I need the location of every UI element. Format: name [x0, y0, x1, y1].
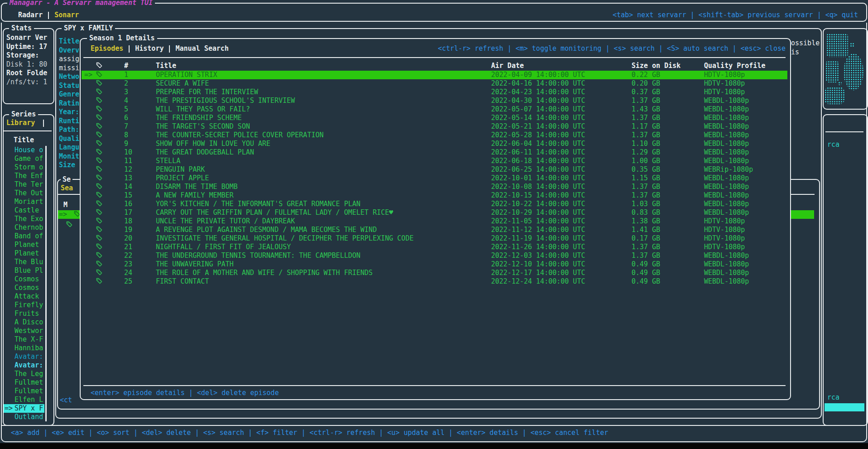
episode-row[interactable]: 13 PROJECT APPLE 2022-10-01 14:00:00 UTC…: [82, 174, 787, 183]
episode-row[interactable]: 10 THE GREAT DODGEBALL PLAN 2022-06-11 1…: [82, 148, 787, 157]
series-list-item[interactable]: Outland: [4, 413, 44, 421]
series-list-item[interactable]: The Enf: [4, 172, 44, 180]
episode-row[interactable]: 11 STELLA 2022-06-18 14:00:00 UTC 1.00 G…: [82, 157, 787, 165]
tab-sonarr[interactable]: Sonarr: [54, 11, 79, 19]
episode-monitored-tag-icon[interactable]: [96, 157, 124, 165]
episode-monitored-tag-icon[interactable]: [96, 165, 124, 174]
series-list-item[interactable]: Attack: [4, 292, 44, 301]
episode-monitored-tag-icon[interactable]: [96, 71, 124, 79]
episode-row[interactable]: => 1 OPERATION STRIX 2022-04-09 14:00:00…: [82, 71, 787, 79]
column-size-on-disk[interactable]: Size on Disk: [632, 62, 704, 70]
episode-monitored-tag-icon[interactable]: [96, 148, 124, 157]
episode-row[interactable]: 9 SHOW OFF HOW IN LOVE YOU ARE 2022-06-0…: [82, 140, 787, 148]
seasons-tab-fragment[interactable]: Sea: [61, 184, 73, 193]
episode-row[interactable]: 16 YOR'S KITCHEN / THE INFORMANT'S GREAT…: [82, 200, 787, 208]
tab-episodes[interactable]: Episodes: [91, 44, 123, 53]
episode-monitored-tag-icon[interactable]: [96, 277, 124, 286]
episode-row[interactable]: 24 THE ROLE OF A MOTHER AND WIFE / SHOPP…: [82, 269, 787, 277]
column-number[interactable]: #: [124, 62, 156, 70]
episode-monitored-tag-icon[interactable]: [96, 217, 124, 226]
series-list-item[interactable]: The Blu: [4, 258, 44, 266]
episode-row[interactable]: 14 DISARM THE TIME BOMB 2022-10-08 14:00…: [82, 183, 787, 191]
series-list-item[interactable]: Castle: [4, 206, 44, 215]
series-scrollbar[interactable]: [45, 146, 47, 421]
column-quality-profile[interactable]: Quality Profile: [704, 62, 790, 70]
tab-manual-search[interactable]: Manual Search: [175, 44, 228, 53]
episode-row[interactable]: 17 CARRY OUT THE GRIFFIN PLAN / FULLMETA…: [82, 208, 787, 217]
episode-monitored-tag-icon[interactable]: [96, 131, 124, 140]
seasons-panel-title-fragment: Se: [61, 175, 72, 184]
series-list-item[interactable]: Moriart: [4, 198, 44, 206]
series-list-item[interactable]: => SPY x F: [4, 404, 44, 413]
episode-row[interactable]: 15 A NEW FAMILY MEMBER 2022-10-15 14:00:…: [82, 191, 787, 200]
episode-monitored-tag-icon[interactable]: [96, 269, 124, 277]
series-list-item[interactable]: House o: [4, 146, 44, 154]
episode-row[interactable]: 19 A REVENGE PLOT AGAINST DESMOND / MAMA…: [82, 226, 787, 234]
episode-row[interactable]: 4 THE PRESTIGIOUS SCHOOL'S INTERVIEW 202…: [82, 97, 787, 105]
episode-monitored-tag-icon[interactable]: [96, 200, 124, 208]
episode-row[interactable]: 12 PENGUIN PARK 2022-06-25 14:00:00 UTC …: [82, 165, 787, 174]
episode-monitored-tag-icon[interactable]: [96, 114, 124, 122]
episode-row[interactable]: 5 WILL THEY PASS OR FAIL? 2022-05-07 14:…: [82, 105, 787, 114]
episode-monitored-tag-icon[interactable]: [96, 226, 124, 234]
column-air-date[interactable]: Air Date: [491, 62, 632, 70]
episode-monitored-tag-icon[interactable]: [96, 208, 124, 217]
column-title[interactable]: Title: [156, 62, 491, 70]
series-list-item[interactable]: The X-F: [4, 335, 44, 344]
episode-monitored-tag-icon[interactable]: [96, 234, 124, 243]
episode-monitored-tag-icon[interactable]: [96, 251, 124, 260]
series-list-item[interactable]: Avatar:: [4, 361, 44, 370]
episode-number: 2: [124, 79, 156, 88]
episode-monitored-tag-icon[interactable]: [96, 97, 124, 105]
series-list-item[interactable]: The Exo: [4, 215, 44, 223]
episode-row[interactable]: 20 INVESTIGATE THE GENERAL HOSPITAL / DE…: [82, 234, 787, 243]
episode-monitored-tag-icon[interactable]: [96, 174, 124, 183]
tab-library[interactable]: Library: [6, 119, 35, 127]
episode-monitored-tag-icon[interactable]: [96, 105, 124, 114]
series-list-item[interactable]: Planet: [4, 249, 44, 258]
episode-row[interactable]: 21 NIGHTFALL / FIRST FIT OF JEALOUSY 202…: [82, 243, 787, 251]
series-list-item[interactable]: Hanniba: [4, 344, 44, 352]
episode-monitored-tag-icon[interactable]: [96, 122, 124, 131]
episode-row[interactable]: 23 THE UNWAVERING PATH 2022-12-10 14:00:…: [82, 260, 787, 269]
series-list-item[interactable]: Fruits: [4, 309, 44, 318]
episode-row[interactable]: 8 THE COUNTER-SECRET POLICE COVER OPERAT…: [82, 131, 787, 140]
series-list-item[interactable]: Firefly: [4, 301, 44, 309]
episode-row[interactable]: 25 FIRST CONTACT 2022-12-24 14:00:00 UTC…: [82, 277, 787, 286]
tab-history[interactable]: History: [135, 44, 164, 53]
series-list-item[interactable]: Band of: [4, 232, 44, 241]
series-list-item[interactable]: The Leg: [4, 370, 44, 378]
episode-monitored-tag-icon[interactable]: [96, 183, 124, 191]
episode-monitored-tag-icon[interactable]: [96, 243, 124, 251]
series-list-item[interactable]: Cosmos: [4, 284, 44, 292]
episode-row[interactable]: 22 THE UNDERGROUND TENNIS TOURNAMENT: TH…: [82, 251, 787, 260]
series-list-item[interactable]: Planet: [4, 241, 44, 249]
episode-monitored-tag-icon[interactable]: [96, 260, 124, 269]
episode-monitored-tag-icon[interactable]: [96, 191, 124, 200]
series-list-item[interactable]: Chernob: [4, 223, 44, 232]
series-list-item[interactable]: Storm o: [4, 163, 44, 172]
episode-row[interactable]: 7 THE TARGET'S SECOND SON 2022-05-21 14:…: [82, 122, 787, 131]
episode-monitored-tag-icon[interactable]: [96, 140, 124, 148]
episode-monitored-tag-icon[interactable]: [96, 79, 124, 88]
selected-season-row-fragment-left[interactable]: =>: [58, 210, 81, 219]
series-list-item[interactable]: Westwor: [4, 327, 44, 335]
series-list-item[interactable]: Cosmos: [4, 275, 44, 284]
series-list-item[interactable]: The Ter: [4, 180, 44, 189]
series-list-item[interactable]: Elfen L: [4, 396, 44, 404]
tab-radarr[interactable]: Radarr: [18, 11, 43, 19]
episode-row[interactable]: 2 SECURE A WIFE 2022-04-16 14:00:00 UTC …: [82, 79, 787, 88]
series-list-item[interactable]: Game of: [4, 154, 44, 163]
series-list-item[interactable]: A Disco: [4, 318, 44, 327]
series-list-item[interactable]: Avatar:: [4, 352, 44, 361]
series-list-item[interactable]: Fullmet: [4, 378, 44, 387]
right-panel-selected-bar[interactable]: [825, 403, 864, 411]
terminal-bottom-strip: [0, 443, 868, 449]
episode-row[interactable]: 18 UNCLE THE PRIVATE TUTOR / DAYBREAK 20…: [82, 217, 787, 226]
episode-monitored-tag-icon[interactable]: [96, 88, 124, 97]
episode-row[interactable]: 3 PREPARE FOR THE INTERVIEW 2022-04-23 1…: [82, 88, 787, 97]
episode-row[interactable]: 6 THE FRIENDSHIP SCHEME 2022-05-14 14:00…: [82, 114, 787, 122]
series-list-item[interactable]: Blue Pl: [4, 266, 44, 275]
series-list-item[interactable]: Fullmet: [4, 387, 44, 396]
series-list-item[interactable]: The Out: [4, 189, 44, 198]
